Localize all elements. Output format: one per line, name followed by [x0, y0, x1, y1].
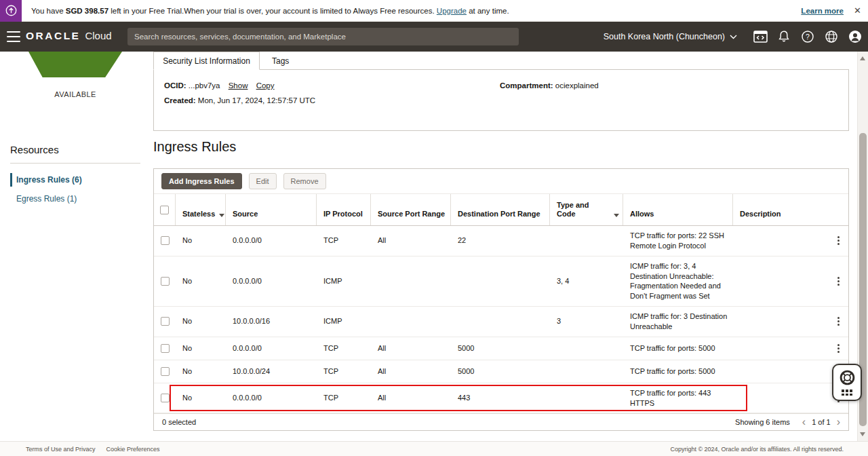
cell-ip-protocol: TCP — [317, 339, 371, 358]
cell-ip-protocol: TCP — [317, 388, 371, 408]
close-icon[interactable]: ✕ — [854, 5, 861, 16]
showing-items-text: Showing 6 items — [735, 418, 790, 426]
ocid-copy-link[interactable]: Copy — [256, 81, 275, 90]
status-badge: AVAILABLE — [28, 90, 122, 98]
help-icon[interactable]: ? — [800, 29, 815, 44]
cell-description — [733, 236, 828, 246]
security-list-info-panel: OCID: ...pbv7ya Show Copy Compartment: o… — [153, 69, 849, 131]
cell-source: 0.0.0.0/0 — [226, 271, 317, 291]
table-row[interactable]: No 0.0.0.0/0 TCP All 5000 TCP traffic fo… — [154, 337, 848, 360]
column-header[interactable]: Source — [226, 194, 317, 225]
row-checkbox[interactable] — [161, 277, 170, 286]
table-row[interactable]: No 0.0.0.0/0 TCP All 443 TCP traffic for… — [154, 383, 848, 414]
row-actions-menu-icon[interactable] — [835, 234, 842, 247]
cell-allows: TCP traffic for ports: 22 SSH Remote Log… — [623, 226, 733, 256]
cell-allows: ICMP traffic for: 3, 4 Destination Unrea… — [623, 256, 733, 306]
app-grid-dots-icon — [842, 390, 852, 396]
chevron-down-icon — [730, 35, 737, 39]
row-checkbox[interactable] — [161, 317, 170, 326]
cell-description — [733, 317, 828, 326]
add-ingress-rules-button[interactable]: Add Ingress Rules — [161, 173, 242, 189]
ocid-value: ...pbv7ya — [189, 81, 220, 90]
previous-page-icon[interactable]: ‹ — [802, 417, 806, 428]
remove-button[interactable]: Remove — [283, 173, 326, 189]
column-header[interactable]: Allows — [623, 194, 733, 225]
life-ring-support-icon — [839, 369, 856, 386]
cell-destination-port-range: 5000 — [451, 362, 550, 381]
row-actions-menu-icon[interactable] — [835, 315, 842, 328]
terms-link[interactable]: Terms of Use and Privacy — [26, 446, 96, 453]
cell-type-and-code: 3 — [550, 311, 623, 331]
svg-text:?: ? — [806, 33, 810, 41]
row-checkbox[interactable] — [161, 394, 170, 402]
edit-button[interactable]: Edit — [249, 173, 277, 189]
row-actions-menu-icon[interactable] — [835, 275, 842, 288]
cell-destination-port-range: 22 — [451, 231, 550, 250]
cell-type-and-code — [550, 236, 623, 246]
cell-stateless: No — [176, 362, 226, 381]
selected-summary: 0 selected — [162, 418, 196, 426]
created-value: Mon, Jun 17, 2024, 12:57:57 UTC — [198, 96, 315, 104]
column-header[interactable]: Stateless — [176, 194, 226, 225]
select-all-checkbox[interactable] — [160, 206, 169, 214]
status-hexagon — [28, 52, 122, 77]
table-row[interactable]: No 10.0.0.0/16 ICMP 3 ICMP traffic for: … — [154, 307, 848, 337]
ocid-show-link[interactable]: Show — [229, 81, 248, 90]
column-header[interactable]: IP Protocol — [317, 194, 371, 225]
notifications-bell-icon[interactable] — [776, 29, 791, 44]
column-header[interactable]: Source Port Range — [371, 194, 451, 225]
region-selector[interactable]: South Korea North (Chuncheon) — [604, 32, 737, 41]
sidebar-resource-item[interactable]: Ingress Rules (6) — [10, 170, 144, 189]
cell-allows: TCP traffic for ports: 5000 — [623, 362, 733, 381]
column-header[interactable]: Type and Code — [550, 194, 623, 225]
cell-ip-protocol: ICMP — [317, 311, 371, 331]
cell-description — [733, 276, 828, 286]
compartment-value: ociexplained — [555, 81, 599, 90]
cookie-preferences-link[interactable]: Cookie Preferences — [106, 446, 160, 453]
table-footer: 0 selected Showing 6 items ‹ 1 of 1 › — [154, 413, 848, 430]
column-header[interactable]: Destination Port Range — [451, 194, 550, 225]
cell-type-and-code — [550, 366, 623, 376]
sidebar-resource-label: Ingress Rules (6) — [16, 175, 82, 185]
upgrade-icon-badge — [0, 0, 22, 22]
sidebar-resource-item[interactable]: Egress Rules (1) — [10, 189, 144, 208]
cell-description — [733, 394, 828, 403]
select-all-header-cell — [154, 194, 176, 225]
search-input[interactable] — [127, 28, 519, 45]
page-indicator: 1 of 1 — [812, 418, 831, 426]
cell-source-port-range — [371, 317, 451, 326]
cell-ip-protocol: TCP — [317, 231, 371, 250]
upgrade-link[interactable]: Upgrade — [437, 7, 467, 15]
compartment-label: Compartment: — [500, 81, 553, 90]
cell-source-port-range: All — [371, 388, 451, 408]
page-title: Ingress Rules — [153, 139, 236, 155]
row-checkbox[interactable] — [161, 236, 170, 245]
row-checkbox[interactable] — [161, 367, 170, 376]
compartment-row: Compartment: ociexplained — [500, 81, 838, 90]
resources-list: Ingress Rules (6) Egress Rules (1) — [10, 170, 144, 208]
hamburger-menu-icon[interactable] — [7, 31, 20, 42]
learn-more-link[interactable]: Learn more — [801, 7, 844, 15]
cloud-shell-icon[interactable] — [753, 29, 768, 44]
scrollbar-down-arrow-icon[interactable] — [860, 432, 865, 436]
cell-description — [733, 343, 828, 353]
support-widget[interactable] — [832, 364, 862, 401]
cell-source-port-range: All — [371, 362, 451, 381]
profile-avatar-icon[interactable] — [848, 29, 863, 44]
next-page-icon[interactable]: › — [837, 417, 840, 428]
row-checkbox[interactable] — [161, 344, 170, 353]
language-globe-icon[interactable] — [824, 29, 839, 44]
scrollbar-up-arrow-icon[interactable] — [860, 56, 865, 60]
column-header[interactable]: Description — [733, 194, 828, 225]
cell-destination-port-range — [451, 317, 550, 326]
table-row[interactable]: No 0.0.0.0/0 ICMP 3, 4 ICMP traffic for:… — [154, 256, 848, 307]
copyright-text: Copyright © 2024, Oracle and/or its affi… — [670, 446, 844, 453]
table-row[interactable]: No 0.0.0.0/0 TCP All 22 TCP traffic for … — [154, 226, 848, 256]
cell-ip-protocol: ICMP — [317, 271, 371, 291]
tab-tags[interactable]: Tags — [260, 52, 301, 70]
oracle-cloud-logo: ORACLE Cloud — [26, 30, 112, 42]
row-actions-menu-icon[interactable] — [835, 342, 842, 355]
tab-security-list-information[interactable]: Security List Information — [153, 52, 260, 70]
table-row[interactable]: No 10.0.0.0/24 TCP All 5000 TCP traffic … — [154, 360, 848, 383]
cell-destination-port-range: 443 — [451, 388, 550, 408]
